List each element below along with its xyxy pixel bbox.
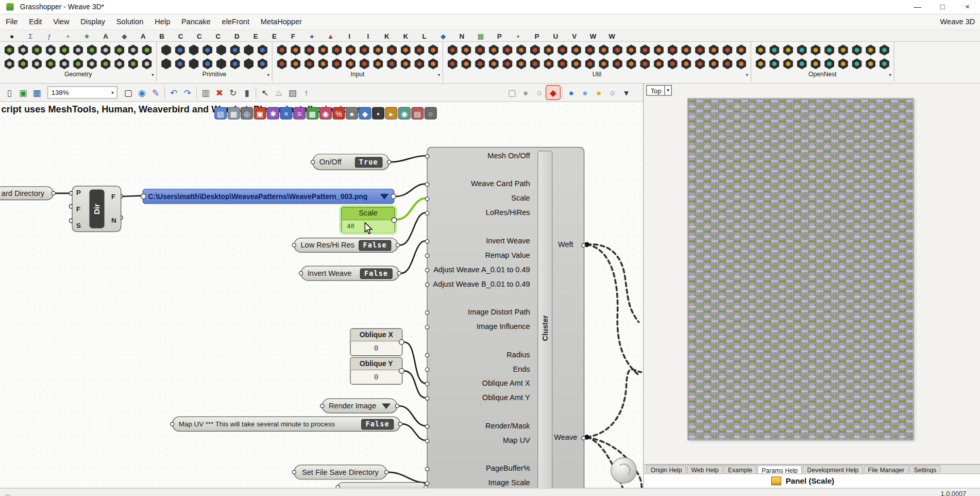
menu-item-edit[interactable]: Edit [23,18,47,26]
toggle-value[interactable]: True [354,157,382,168]
cluster-input[interactable]: PageBuffer% [428,461,534,476]
component-tab[interactable]: + [59,31,77,41]
preview-off-icon[interactable]: ▢ [505,86,519,100]
component-icon[interactable] [18,58,29,70]
output-port[interactable] [581,243,585,247]
output-port-label[interactable]: F [111,193,116,201]
component-tab[interactable]: V [565,31,584,41]
menu-item-display[interactable]: Display [75,18,111,26]
menu-item-metahopper[interactable]: MetaHopper [255,18,308,26]
pause-solver-icon[interactable]: ▮ [240,86,254,100]
favorite-icon[interactable]: ▣ [254,107,266,119]
menu-item-view[interactable]: View [47,18,75,26]
cluster-input[interactable]: Image Influence [428,320,534,334]
input-port-label[interactable]: P [76,189,81,196]
component-icon[interactable] [570,44,582,56]
cluster-input[interactable]: Invert Weave [428,234,534,249]
component-icon[interactable] [359,58,370,70]
component-icon[interactable] [400,58,411,70]
component-tab[interactable]: B [153,31,171,41]
component-icon[interactable] [626,58,637,70]
bake-icon[interactable]: ♨ [272,86,286,100]
toggle-value[interactable]: False [359,240,391,251]
component-tab[interactable]: ƒ [40,31,59,41]
component-icon[interactable] [783,58,794,70]
cluster-input[interactable]: Scale [428,191,534,206]
component-icon[interactable] [837,58,849,70]
component-icon[interactable] [865,44,876,56]
component-icon[interactable] [18,44,29,56]
cluster-input[interactable]: Image Distort Path [428,305,534,320]
component-icon[interactable] [447,44,458,56]
component-icon[interactable] [639,44,651,56]
component-icon[interactable] [584,44,596,56]
component-icon[interactable] [865,58,876,70]
help-tab[interactable]: Settings [909,465,941,474]
component-icon[interactable] [141,44,153,56]
node-map-uv-toggle[interactable]: Map UV *** This will take several minute… [172,417,401,432]
node-cluster[interactable]: Mesh On/OffWeave Card PathScaleLoRes/HiR… [427,147,584,488]
component-icon[interactable] [837,44,849,56]
component-icon[interactable] [755,58,766,70]
component-tab[interactable]: F [284,31,302,41]
node-set-file-save-directory[interactable]: Set File Save Directory [294,465,387,480]
component-tab[interactable]: K [378,31,396,41]
favorite-icon[interactable]: × [280,107,292,119]
cluster-input[interactable]: Radius [428,348,534,362]
preview-ghost-icon[interactable]: ● [519,86,533,100]
component-icon[interactable] [878,44,890,56]
partial-node[interactable] [337,482,426,488]
component-tab[interactable]: W [584,31,602,41]
component-icon[interactable] [59,44,70,56]
component-icon[interactable] [290,58,301,70]
cluster-input[interactable]: Image Scale [428,476,534,488]
node-file-path[interactable]: C:\Users\matth\Desktop\WeaveaPatterns\We… [143,189,395,204]
component-icon[interactable] [345,44,357,56]
component-icon[interactable] [414,58,425,70]
gumball-toggle-icon[interactable]: ● [592,86,606,100]
component-tab[interactable]: ● [3,31,21,41]
component-icon[interactable] [736,58,747,70]
node-canvas[interactable]: cript uses MeshTools, Human, Weaverbird … [0,102,643,488]
component-tab[interactable]: ● [302,31,321,41]
node-card-directory[interactable]: ard Directory [0,186,54,200]
component-icon[interactable] [229,58,241,70]
component-icon[interactable] [598,58,610,70]
component-icon[interactable] [769,44,780,56]
cluster-output-weave[interactable]: Weave [551,433,580,441]
component-icon[interactable] [100,58,111,70]
component-icon[interactable] [317,58,329,70]
component-tab[interactable]: ◆ [115,31,133,41]
chevron-down-icon[interactable]: ▾ [889,71,891,79]
favorite-icon[interactable]: ◆ [359,107,371,119]
component-tab[interactable]: ▪ [509,31,527,41]
cluster-output-weft[interactable]: Weft [551,240,580,249]
component-icon[interactable] [543,58,554,70]
chevron-down-icon[interactable]: ▾ [151,71,154,79]
component-icon[interactable] [708,44,719,56]
node-lowres-toggle[interactable]: Low Res/Hi Res False [294,238,398,253]
cluster-input[interactable]: Mesh On/Off [428,149,534,163]
component-icon[interactable] [161,44,172,56]
component-icon[interactable] [722,44,733,56]
component-icon[interactable] [202,58,213,70]
component-tab[interactable]: Σ [21,31,40,41]
component-icon[interactable] [386,58,398,70]
component-icon[interactable] [796,44,807,56]
new-file-icon[interactable]: ▯ [3,86,16,100]
help-tab[interactable]: Origin Help [646,465,686,474]
component-tab[interactable]: D [228,31,246,41]
favorite-icon[interactable]: ◉ [398,107,411,119]
select-cursor-icon[interactable]: ↖ [258,86,272,100]
preview-wire-icon[interactable]: ○ [532,86,546,100]
component-icon[interactable] [557,58,568,70]
open-file-icon[interactable]: ▣ [16,86,30,100]
component-icon[interactable] [461,58,472,70]
component-icon[interactable] [414,44,425,56]
chevron-down-icon[interactable] [382,403,391,409]
cluster-input[interactable]: Remap Value [428,249,534,263]
component-tab[interactable]: C [209,31,227,41]
component-icon[interactable] [516,58,527,70]
component-icon[interactable] [653,58,665,70]
cluster-input[interactable]: Ends [428,362,534,376]
